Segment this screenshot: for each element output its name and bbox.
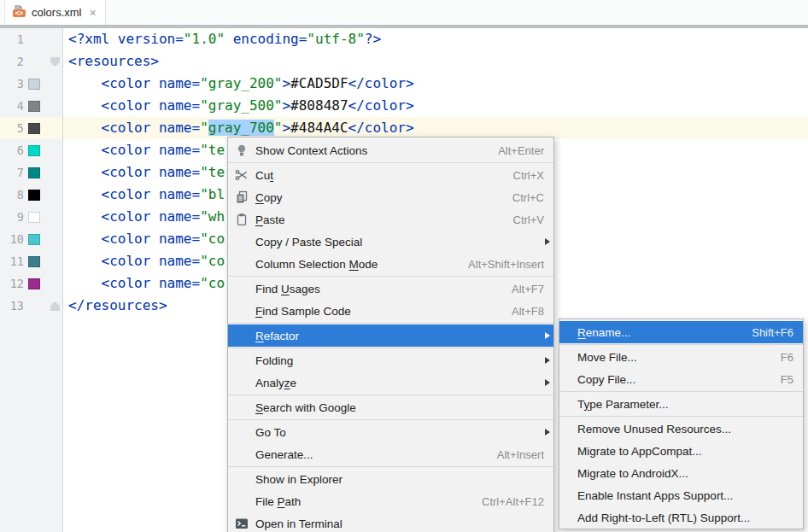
- menu-item-migrate-to-appcompat[interactable]: Migrate to AppCompat...: [559, 440, 803, 462]
- menu-item-shortcut: F6: [781, 351, 793, 364]
- menu-item-add-right-to-left-rtl-support[interactable]: Add Right-to-Left (RTL) Support...: [559, 506, 803, 529]
- menu-separator: [228, 323, 553, 324]
- color-swatch-line-12[interactable]: [28, 278, 40, 289]
- line-number-2: 2: [0, 50, 24, 73]
- line-number-10: 10: [0, 228, 24, 250]
- menu-item-shortcut: Ctrl+Alt+F12: [482, 495, 544, 508]
- menu-item-shortcut: Ctrl+C: [512, 191, 544, 204]
- menu-item-label: Enable Instant Apps Support...: [577, 489, 733, 502]
- menu-item-label: Migrate to AppCompat...: [577, 445, 702, 458]
- menu-icon-placeholder: [235, 282, 250, 295]
- lightbulb-icon: [235, 143, 250, 157]
- submenu-arrow-icon: [545, 238, 550, 245]
- menu-item-shortcut: Alt+Shift+Insert: [468, 258, 544, 271]
- menu-item-cut[interactable]: CutCtrl+X: [228, 164, 553, 186]
- color-swatch-line-8[interactable]: [28, 190, 40, 201]
- menu-item-generate[interactable]: Generate...Alt+Insert: [228, 443, 553, 465]
- menu-item-remove-unused-resources[interactable]: Remove Unused Resources...: [559, 418, 803, 440]
- menu-item-label: Type Parameter...: [577, 398, 669, 411]
- menu-item-folding[interactable]: Folding: [228, 349, 553, 371]
- menu-item-show-in-explorer[interactable]: Show in Explorer: [228, 468, 553, 490]
- submenu-arrow-icon: [545, 429, 550, 436]
- menu-separator: [228, 276, 553, 277]
- menu-item-file-path[interactable]: File PathCtrl+Alt+F12: [228, 490, 553, 512]
- color-swatch-line-10[interactable]: [28, 234, 40, 245]
- menu-separator: [559, 391, 803, 392]
- menu-separator: [228, 419, 553, 420]
- color-swatch-line-6[interactable]: [28, 145, 40, 156]
- menu-item-label: Generate...: [255, 448, 313, 461]
- menu-icon-placeholder: [235, 257, 250, 271]
- code-line-4[interactable]: <color name="gray_500">#808487</color>: [63, 95, 808, 117]
- menu-item-open-in-terminal[interactable]: Open in Terminal: [228, 512, 553, 532]
- submenu-arrow-icon: [545, 379, 550, 386]
- terminal-icon: [235, 517, 250, 530]
- menu-item-label: Cut: [255, 169, 273, 182]
- line-number-5: 5: [0, 117, 24, 139]
- line-number-6: 6: [0, 139, 24, 161]
- menu-separator: [228, 466, 553, 467]
- menu-icon-placeholder: [235, 329, 250, 342]
- refactor-submenu: Rename...Shift+F6Move File...F6Copy File…: [559, 319, 804, 529]
- menu-item-label: Remove Unused Resources...: [577, 423, 731, 436]
- menu-item-label: Move File...: [577, 351, 637, 364]
- menu-item-label: Copy / Paste Special: [255, 236, 362, 248]
- menu-item-enable-instant-apps-support[interactable]: Enable Instant Apps Support...: [559, 484, 803, 506]
- color-swatch-line-11[interactable]: [28, 256, 40, 267]
- menu-item-label: File Path: [255, 495, 301, 508]
- menu-item-shortcut: Alt+Enter: [498, 144, 544, 157]
- menu-item-paste[interactable]: PasteCtrl+V: [228, 208, 553, 231]
- menu-item-go-to[interactable]: Go To: [228, 421, 553, 443]
- xml-file-icon: <>: [12, 4, 26, 21]
- menu-item-search-with-google[interactable]: Search with Google: [228, 396, 553, 418]
- menu-item-label: Find Sample Code: [255, 305, 351, 318]
- color-swatch-line-3[interactable]: [28, 79, 40, 90]
- menu-item-label: Show in Explorer: [255, 473, 343, 486]
- menu-item-analyze[interactable]: Analyze: [228, 371, 553, 394]
- menu-item-copy-file[interactable]: Copy File...F5: [559, 368, 803, 390]
- menu-item-column-selection-mode[interactable]: Column Selection ModeAlt+Shift+Insert: [228, 253, 553, 275]
- code-line-2[interactable]: <resources>: [63, 50, 808, 73]
- menu-item-label: Show Context Actions: [255, 144, 367, 157]
- tab-title: colors.xml: [32, 6, 82, 19]
- menu-item-type-parameter[interactable]: Type Parameter...: [559, 393, 803, 415]
- menu-item-label: Add Right-to-Left (RTL) Support...: [577, 512, 750, 524]
- color-swatch-line-9[interactable]: [28, 212, 40, 223]
- menu-item-copy[interactable]: CopyCtrl+C: [228, 186, 553, 208]
- menu-item-label: Copy File...: [577, 373, 635, 386]
- code-line-3[interactable]: <color name="gray_200">#CAD5DF</color>: [63, 73, 808, 95]
- menu-item-migrate-to-androidx[interactable]: Migrate to AndroidX...: [559, 462, 803, 484]
- menu-item-find-usages[interactable]: Find UsagesAlt+F7: [228, 278, 553, 300]
- tab-close-icon[interactable]: ×: [90, 7, 97, 19]
- menu-icon-placeholder: [235, 425, 250, 439]
- menu-item-label: Analyze: [255, 377, 296, 389]
- color-swatch-line-5[interactable]: [28, 123, 40, 134]
- menu-item-shortcut: Ctrl+V: [513, 213, 544, 226]
- code-line-1[interactable]: <?xml version="1.0" encoding="utf-8"?>: [63, 28, 808, 50]
- line-number-11: 11: [0, 250, 24, 272]
- menu-item-label: Open in Terminal: [255, 517, 343, 530]
- menu-separator: [559, 416, 803, 417]
- menu-item-shortcut: Alt+F7: [512, 283, 544, 295]
- menu-icon-placeholder: [235, 472, 250, 486]
- menu-item-shortcut: Alt+F8: [512, 305, 544, 318]
- menu-icon-placeholder: [235, 447, 250, 461]
- menu-item-copy-paste-special[interactable]: Copy / Paste Special: [228, 231, 553, 253]
- menu-icon-placeholder: [235, 235, 250, 248]
- menu-item-move-file[interactable]: Move File...F6: [559, 346, 803, 368]
- menu-icon-placeholder: [235, 494, 250, 508]
- menu-item-find-sample-code[interactable]: Find Sample CodeAlt+F8: [228, 300, 553, 322]
- copy-icon: [235, 190, 250, 204]
- tab-colors-xml[interactable]: <> colors.xml ×: [4, 0, 106, 25]
- menu-item-refactor[interactable]: Refactor: [228, 324, 553, 347]
- line-number-4: 4: [0, 95, 24, 117]
- submenu-arrow-icon: [545, 357, 550, 364]
- paste-icon: [235, 213, 250, 226]
- color-swatch-line-4[interactable]: [28, 101, 40, 112]
- menu-item-shortcut: Alt+Insert: [497, 448, 544, 461]
- menu-item-show-context-actions[interactable]: Show Context ActionsAlt+Enter: [228, 139, 553, 161]
- selected-text: gray_700: [208, 120, 274, 136]
- menu-item-label: Migrate to AndroidX...: [577, 467, 688, 480]
- color-swatch-line-7[interactable]: [28, 167, 40, 178]
- menu-item-rename[interactable]: Rename...Shift+F6: [559, 321, 803, 343]
